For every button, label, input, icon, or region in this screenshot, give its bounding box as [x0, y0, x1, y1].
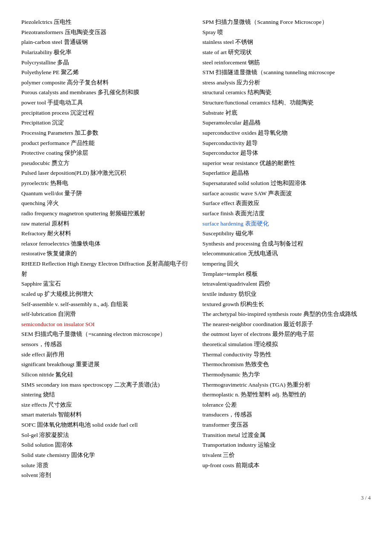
list-item: structural ceramics 结构陶瓷: [202, 87, 371, 98]
list-item: side effect 副作用: [21, 350, 190, 360]
list-item: surface acoustic wave SAW 声表面波: [202, 188, 371, 199]
list-item: SOFC 固体氧化物燃料电池 solid oxide fuel cell: [21, 420, 190, 430]
list-item: size effects 尺寸效应: [21, 400, 190, 410]
list-item: Porous catalysts and membranes 多孔催化剂和膜: [21, 87, 190, 98]
list-item: theoretical simulation 理论模拟: [202, 339, 371, 350]
list-item: trivalent 三价: [202, 450, 371, 460]
list-item: tempering 回火: [202, 259, 371, 269]
list-item: pyroelectric 热释电: [21, 178, 190, 188]
list-item: self-lubrication 自润滑: [21, 309, 190, 319]
list-item: Silicon nitride 氮化硅: [21, 370, 190, 380]
list-item: Polarizability 极化率: [21, 47, 190, 58]
list-item: Superamolecular 超晶格: [202, 118, 371, 128]
main-content: Piezolelctrics 压电性Piezotransformers 压电陶瓷…: [21, 17, 371, 480]
list-item: quenching 淬火: [21, 198, 190, 208]
list-item: Sapphire 蓝宝石: [21, 279, 190, 289]
list-item: stress analysis 应力分析: [202, 78, 371, 88]
list-item: Thermal conductivity 导热性: [202, 350, 371, 360]
list-item: state of art 研究现状: [202, 47, 371, 58]
list-item: textile industry 纺织业: [202, 289, 371, 299]
list-item: up-front costs 前期成本: [202, 460, 371, 471]
list-item: Processing Parameters 加工参数: [21, 128, 190, 138]
right-column: SPM 扫描力显微镜（Scanning Force Microscope）Spr…: [202, 17, 371, 480]
list-item: Thermochromism 热致变色: [202, 359, 371, 370]
list-item: superior wear resistance 优越的耐磨性: [202, 158, 371, 168]
list-item: steel reinforcement 钢筋: [202, 58, 371, 68]
list-item: Pulsed laser deposition(PLD) 脉冲激光沉积: [21, 168, 190, 178]
list-item: Protective coating 保护涂层: [21, 148, 190, 158]
list-item: superconductive oxides 超导氧化物: [202, 128, 371, 138]
left-column: Piezolelctrics 压电性Piezotransformers 压电陶瓷…: [21, 17, 190, 480]
list-item: Spray 喷: [202, 27, 371, 38]
list-item: precipitation process 沉淀过程: [21, 108, 190, 118]
list-item: Precipitation 沉淀: [21, 118, 190, 128]
list-item: plain-carbon steel 普通碳钢: [21, 37, 190, 47]
list-item: semiconductor on insulator SOI: [21, 319, 190, 330]
list-item: restorative 恢复健康的: [21, 249, 190, 259]
list-item: solvent 溶剂: [21, 470, 190, 480]
list-item: Transition metal 过渡金属: [202, 430, 371, 440]
list-item: SEM 扫描式电子显微镜（=scanning electron microsco…: [21, 329, 190, 339]
list-item: textured growth 织构生长: [202, 299, 371, 309]
list-item: smart materials 智能材料: [21, 410, 190, 420]
list-item: Supersaturated solid solution 过饱和固溶体: [202, 178, 371, 188]
list-item: RHEED Reflection High Energy Electron Di…: [21, 259, 190, 279]
list-item: Piezolelctrics 压电性: [21, 17, 190, 27]
list-item: radio frequency magnetron sputtering 射频磁…: [21, 208, 190, 219]
list-item: Structure/functional ceramics 结构、功能陶瓷: [202, 98, 371, 108]
list-item: tolerance 公差: [202, 400, 371, 410]
list-item: telecommunication 无线电通讯: [202, 249, 371, 259]
list-item: Surface effect 表面效应: [202, 198, 371, 208]
list-item: Sol-gel 溶胶凝胶法: [21, 430, 190, 440]
list-item: sensors，传感器: [21, 339, 190, 350]
list-item: solute 溶质: [21, 460, 190, 471]
list-item: product performance 产品性能: [21, 138, 190, 148]
list-item: raw material 原材料: [21, 219, 190, 229]
list-item: Superconductivity 超导: [202, 138, 371, 148]
list-item: Transportation industry 运输业: [202, 440, 371, 450]
list-item: Solid state chemistry 固体化学: [21, 450, 190, 460]
list-item: Superconductor 超导体: [202, 148, 371, 158]
list-item: Thermodynamic 热力学: [202, 370, 371, 380]
list-item: relaxor ferroelectrics 弛豫铁电体: [21, 239, 190, 249]
list-item: The archetypal bio-inspired synthesis ro…: [202, 309, 371, 319]
list-item: thermoplastic n. 热塑性塑料 adj. 热塑性的: [202, 390, 371, 400]
list-item: Piezotransformers 压电陶瓷变压器: [21, 27, 190, 38]
list-item: STM 扫描隧道显微镜（scanning tunneling microscop…: [202, 67, 371, 78]
list-item: transducers，传感器: [202, 410, 371, 420]
list-item: transformer 变压器: [202, 420, 371, 430]
list-item: surface finish 表面光洁度: [202, 208, 371, 219]
list-item: polymer composite 高分子复合材料: [21, 78, 190, 88]
list-item: Template=templet 模板: [202, 269, 371, 279]
list-item: tetravalent/quadrivalent 四价: [202, 279, 371, 289]
list-item: power tool 手提电动工具: [21, 98, 190, 108]
list-item: The nearest-neighbor coordination 最近邻原子: [202, 319, 371, 330]
list-item: scaled up 扩大规模,比例增大: [21, 289, 190, 299]
list-item: Solid solution 固溶体: [21, 440, 190, 450]
list-item: Susceptibility 磁化率: [202, 228, 371, 239]
list-item: SIMS secondary ion mass spectroscopy 二次离…: [21, 380, 190, 390]
list-item: Refractory 耐火材料: [21, 228, 190, 239]
list-item: the outmost layer of electrons 最外层的电子层: [202, 329, 371, 339]
list-item: Synthesis and processing 合成与制备过程: [202, 239, 371, 249]
list-item: Polyethylene PE 聚乙烯: [21, 67, 190, 78]
list-item: surface hardening 表面硬化: [202, 219, 371, 229]
page-number: 3 / 4: [21, 493, 371, 503]
list-item: pseudocubic 赝立方: [21, 158, 190, 168]
list-item: stainless steel 不锈钢: [202, 37, 371, 47]
list-item: sintering 烧结: [21, 390, 190, 400]
list-item: Superlattice 超晶格: [202, 168, 371, 178]
list-item: Thermogravimetric Analysis (TGA) 热重分析: [202, 380, 371, 390]
list-item: SPM 扫描力显微镜（Scanning Force Microscope）: [202, 17, 371, 27]
list-item: Polycrystalline 多晶: [21, 58, 190, 68]
list-item: significant breakthougt 重要进展: [21, 359, 190, 370]
list-item: Self-assemble v. self-assembly n., adj. …: [21, 299, 190, 309]
list-item: Quantum well/dot 量子阱: [21, 188, 190, 199]
list-item: Substrate 衬底: [202, 108, 371, 118]
